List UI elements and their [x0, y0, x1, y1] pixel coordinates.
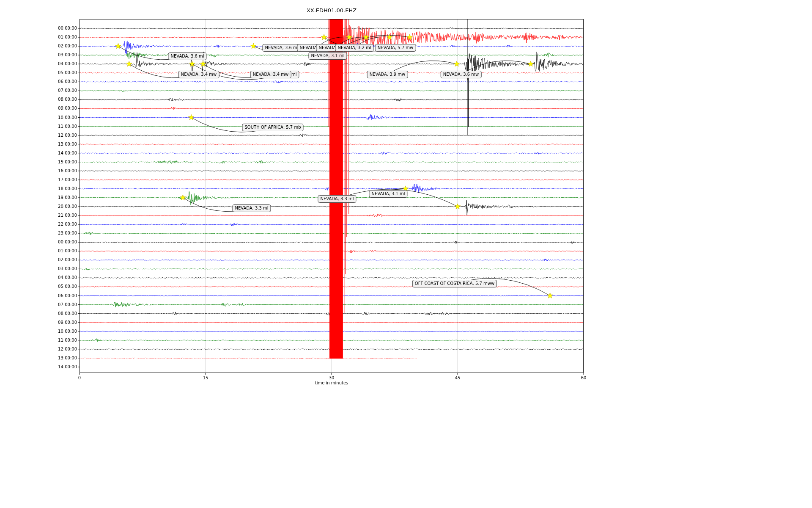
event-label: NEVADA, 3.6 mw: [441, 71, 482, 78]
y-tick-label: 11:00:00: [42, 124, 77, 129]
y-tick-label: 06:00:00: [42, 79, 77, 84]
y-tick-label: 02:00:00: [42, 257, 77, 262]
event-label: NEVADA, 3.6 ml: [168, 52, 206, 60]
chart-title: XX.EDH01.00.EHZ: [307, 7, 357, 14]
y-tick-label: 16:00:00: [42, 168, 77, 174]
y-tick-label: 08:00:00: [42, 311, 77, 316]
y-tick-label: 04:00:00: [42, 275, 77, 280]
x-axis-title: time in minutes: [315, 381, 348, 385]
event-label: NEVADA, 3.2 ml: [335, 44, 373, 52]
y-tick-label: 04:00:00: [42, 61, 77, 66]
y-tick-label: 13:00:00: [42, 142, 77, 147]
y-tick-label: 15:00:00: [42, 160, 77, 165]
event-label: NEVADA, 3.3 ml: [318, 195, 356, 203]
y-tick-label: 03:00:00: [42, 266, 77, 271]
y-tick-label: 08:00:00: [42, 97, 77, 102]
x-tick-label: 45: [455, 375, 461, 380]
y-tick-label: 17:00:00: [42, 177, 77, 182]
event-label: NEVADA, 3.3 ml: [232, 204, 271, 212]
event-label: NEVADA, 3.4 mw: [178, 71, 219, 78]
y-tick-label: 05:00:00: [42, 70, 77, 75]
y-tick-label: 23:00:00: [42, 231, 77, 236]
event-label: NEVADA, 5.7 mw: [375, 44, 416, 52]
seismogram-figure: XX.EDH01.00.EHZ 00:00:0001:00:0002:00:00…: [0, 0, 812, 508]
y-tick-label: 13:00:00: [42, 356, 77, 361]
y-tick-label: 05:00:00: [42, 284, 77, 289]
y-tick-label: 00:00:00: [42, 240, 77, 245]
y-tick-label: 02:00:00: [42, 44, 77, 49]
x-tick-label: 15: [203, 375, 208, 380]
y-tick-label: 01:00:00: [42, 248, 77, 254]
event-label: OFF COAST OF COSTA RICA, 5.7 mww: [412, 280, 497, 287]
y-tick-label: 12:00:00: [42, 133, 77, 138]
y-tick-label: 12:00:00: [42, 347, 77, 352]
event-label: NEVADA, 3.1 ml: [308, 52, 347, 60]
x-tick-label: 30: [329, 375, 335, 380]
y-tick-label: 01:00:00: [42, 35, 77, 40]
y-tick-label: 10:00:00: [42, 115, 77, 120]
x-tick-label: 60: [581, 375, 587, 380]
event-label: NEVADA, 3.9 mw: [367, 71, 408, 78]
y-tick-label: 14:00:00: [42, 364, 77, 370]
y-tick-label: 10:00:00: [42, 329, 77, 334]
event-label: SOUTH OF AFRICA, 5.7 mb: [242, 124, 304, 131]
y-tick-label: 19:00:00: [42, 195, 77, 200]
event-label: NEVADA, 3.1 ml: [369, 190, 407, 198]
y-tick-label: 06:00:00: [42, 293, 77, 298]
y-tick-label: 00:00:00: [42, 26, 77, 31]
y-tick-label: 14:00:00: [42, 151, 77, 156]
event-label: NEVADA, 3.6 ml: [262, 44, 301, 52]
y-tick-label: 07:00:00: [42, 302, 77, 307]
y-tick-label: 09:00:00: [42, 106, 77, 111]
y-tick-label: 22:00:00: [42, 222, 77, 227]
y-tick-label: 20:00:00: [42, 204, 77, 209]
y-tick-label: 21:00:00: [42, 213, 77, 218]
y-tick-label: 03:00:00: [42, 52, 77, 58]
y-tick-label: 18:00:00: [42, 186, 77, 191]
y-tick-label: 11:00:00: [42, 338, 77, 343]
y-tick-label: 09:00:00: [42, 320, 77, 325]
event-label: NEVADA, 3.4 mw: [250, 71, 291, 78]
y-tick-label: 07:00:00: [42, 88, 77, 93]
x-tick-label: 0: [78, 375, 81, 380]
